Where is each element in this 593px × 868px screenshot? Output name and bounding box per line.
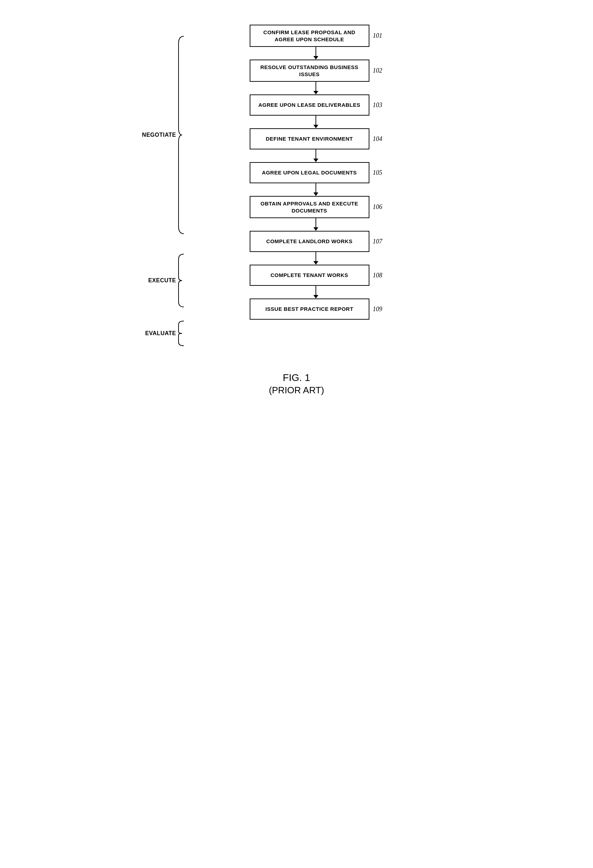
box-104-text: DEFINE TENANT ENVIRONMENT xyxy=(266,135,353,142)
box-108-text: COMPLETE TENANT WORKS xyxy=(271,272,348,279)
box-106-text: OBTAIN APPROVALS AND EXECUTE DOCUMENTS xyxy=(256,200,363,214)
arrow-head-8 xyxy=(313,295,318,298)
box-row-108: COMPLETE TENANT WORKS 108 xyxy=(250,265,383,286)
arrow-line-7 xyxy=(315,252,316,261)
execute-label-block: EXECUTE xyxy=(149,245,187,316)
box-107: COMPLETE LANDLORD WORKS xyxy=(250,231,369,252)
box-row-106: OBTAIN APPROVALS AND EXECUTE DOCUMENTS 1… xyxy=(250,196,383,218)
box-row-102: RESOLVE OUTSTANDING BUSINESS ISSUES 102 xyxy=(250,59,383,82)
arrow-head-2 xyxy=(313,91,318,94)
arrow-2 xyxy=(313,82,318,94)
box-106: OBTAIN APPROVALS AND EXECUTE DOCUMENTS xyxy=(250,196,369,218)
ref-102: 102 xyxy=(373,67,383,74)
negotiate-brace-icon xyxy=(177,33,187,237)
ref-104: 104 xyxy=(373,135,383,143)
evaluate-label: EVALUATE xyxy=(145,330,176,337)
page: NEGOTIATE EXECUTE xyxy=(149,14,444,396)
arrow-1 xyxy=(313,47,318,59)
box-row-107: COMPLETE LANDLORD WORKS 107 xyxy=(250,231,383,252)
box-102: RESOLVE OUTSTANDING BUSINESS ISSUES xyxy=(250,59,369,82)
arrow-head-5 xyxy=(313,192,318,196)
negotiate-label-block: NEGOTIATE xyxy=(149,25,187,245)
box-103-text: AGREE UPON LEASE DELIVERABLES xyxy=(259,102,361,109)
box-103: AGREE UPON LEASE DELIVERABLES xyxy=(250,94,369,115)
arrow-line-1 xyxy=(315,47,316,56)
diagram: NEGOTIATE EXECUTE xyxy=(149,25,444,351)
arrow-7 xyxy=(313,252,318,265)
arrow-line-5 xyxy=(315,183,316,192)
arrow-5 xyxy=(313,183,318,196)
arrow-line-2 xyxy=(315,82,316,91)
ref-108: 108 xyxy=(373,272,383,279)
box-109-text: ISSUE BEST PRACTICE REPORT xyxy=(265,306,353,313)
labels-column: NEGOTIATE EXECUTE xyxy=(149,25,187,351)
arrow-head-1 xyxy=(313,56,318,59)
box-101-text: CONFIRM LEASE PROPOSAL AND AGREE UPON SC… xyxy=(256,29,363,43)
arrow-head-6 xyxy=(313,227,318,231)
ref-107: 107 xyxy=(373,238,383,245)
box-104: DEFINE TENANT ENVIRONMENT xyxy=(250,128,369,149)
box-107-text: COMPLETE LANDLORD WORKS xyxy=(266,238,353,245)
fig-title: FIG. 1 xyxy=(269,372,324,384)
box-101: CONFIRM LEASE PROPOSAL AND AGREE UPON SC… xyxy=(250,25,369,47)
arrow-head-7 xyxy=(313,261,318,265)
box-102-text: RESOLVE OUTSTANDING BUSINESS ISSUES xyxy=(256,64,363,78)
ref-103: 103 xyxy=(373,102,383,109)
box-105: AGREE UPON LEGAL DOCUMENTS xyxy=(250,162,369,183)
arrow-4 xyxy=(313,149,318,162)
evaluate-brace-icon xyxy=(177,319,187,347)
ref-105: 105 xyxy=(373,169,383,177)
flow-column: CONFIRM LEASE PROPOSAL AND AGREE UPON SC… xyxy=(187,25,444,320)
box-row-109: ISSUE BEST PRACTICE REPORT 109 xyxy=(250,298,383,320)
negotiate-label: NEGOTIATE xyxy=(142,132,176,138)
box-row-105: AGREE UPON LEGAL DOCUMENTS 105 xyxy=(250,162,383,183)
ref-106: 106 xyxy=(373,203,383,211)
arrow-line-8 xyxy=(315,286,316,295)
arrow-6 xyxy=(313,218,318,231)
box-row-103: AGREE UPON LEASE DELIVERABLES 103 xyxy=(250,94,383,115)
figure-caption: FIG. 1 (PRIOR ART) xyxy=(269,372,324,396)
arrow-head-4 xyxy=(313,159,318,162)
box-row-104: DEFINE TENANT ENVIRONMENT 104 xyxy=(250,128,383,149)
box-row-101: CONFIRM LEASE PROPOSAL AND AGREE UPON SC… xyxy=(250,25,383,47)
execute-brace-icon xyxy=(177,252,187,309)
arrow-8 xyxy=(313,286,318,298)
arrow-line-4 xyxy=(315,149,316,159)
evaluate-label-block: EVALUATE xyxy=(149,316,187,351)
arrow-line-6 xyxy=(315,218,316,227)
arrow-3 xyxy=(313,115,318,128)
ref-109: 109 xyxy=(373,306,383,313)
arrow-line-3 xyxy=(315,115,316,125)
ref-101: 101 xyxy=(373,32,383,40)
arrow-head-3 xyxy=(313,125,318,128)
box-108: COMPLETE TENANT WORKS xyxy=(250,265,369,286)
execute-label: EXECUTE xyxy=(148,278,176,284)
fig-subtitle: (PRIOR ART) xyxy=(269,385,324,396)
box-109: ISSUE BEST PRACTICE REPORT xyxy=(250,298,369,320)
box-105-text: AGREE UPON LEGAL DOCUMENTS xyxy=(262,169,357,176)
